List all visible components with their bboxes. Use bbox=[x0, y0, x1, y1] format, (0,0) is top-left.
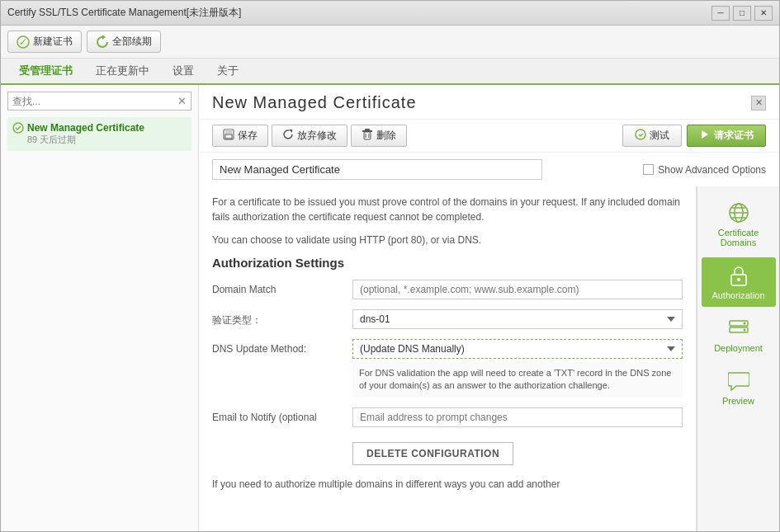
delete-config-row: DELETE CONFIGURATION bbox=[212, 437, 683, 465]
tab-managed[interactable]: 受管理证书 bbox=[7, 59, 84, 85]
show-advanced-toggle[interactable]: Show Advanced Options bbox=[643, 164, 766, 176]
auth-type-label: 验证类型： bbox=[212, 309, 344, 327]
form-area: For a certificate to be issued you must … bbox=[199, 186, 779, 531]
action-toolbar: 保存 放弃修改 删除 bbox=[199, 120, 779, 153]
discard-icon bbox=[282, 129, 294, 143]
svg-marker-6 bbox=[289, 129, 292, 133]
cert-icon bbox=[12, 122, 24, 134]
auth-type-row: 验证类型： http-01 dns-01 bbox=[212, 309, 683, 329]
svg-point-24 bbox=[743, 329, 745, 332]
svg-rect-7 bbox=[364, 132, 371, 139]
test-button[interactable]: 测试 bbox=[622, 125, 682, 147]
tab-updating[interactable]: 正在更新中 bbox=[84, 59, 161, 85]
toolbar: ✓ 新建证书 全部续期 bbox=[1, 26, 779, 59]
svg-text:✓: ✓ bbox=[19, 36, 27, 48]
email-control bbox=[352, 407, 683, 427]
right-nav-preview[interactable]: Preview bbox=[702, 363, 776, 412]
tab-settings[interactable]: 设置 bbox=[161, 59, 206, 85]
bottom-info-text: If you need to authorize multiple domain… bbox=[212, 477, 683, 492]
cert-item-name: New Managed Certificate bbox=[12, 122, 187, 134]
auth-type-select[interactable]: http-01 dns-01 bbox=[352, 309, 683, 329]
svg-rect-5 bbox=[225, 134, 232, 139]
save-icon bbox=[223, 129, 234, 143]
right-action-buttons: 测试 请求证书 bbox=[622, 125, 766, 147]
domain-match-control bbox=[352, 280, 683, 299]
cert-expiry: 89 天后过期 bbox=[27, 134, 187, 146]
right-nav-authorization[interactable]: Authorization bbox=[702, 257, 776, 307]
right-nav-cert-domains[interactable]: Certificate Domains bbox=[702, 195, 776, 254]
search-input[interactable] bbox=[12, 96, 177, 107]
svg-point-20 bbox=[737, 278, 740, 281]
dns-method-row: DNS Update Method: (Update DNS Manually)… bbox=[212, 339, 683, 398]
dns-info-text: For DNS validation the app will need to … bbox=[352, 362, 683, 398]
titlebar-controls: ─ □ ✕ bbox=[711, 6, 773, 21]
dns-method-label: DNS Update Method: bbox=[212, 339, 344, 355]
svg-marker-13 bbox=[702, 130, 708, 139]
email-label: Email to Notify (optional bbox=[212, 407, 344, 423]
main-nav: 受管理证书 正在更新中 设置 关于 bbox=[1, 59, 779, 85]
content-area: ✕ New Managed Certificate 89 天后过期 New Ma… bbox=[1, 85, 779, 531]
request-icon bbox=[699, 129, 711, 143]
domain-match-row: Domain Match bbox=[212, 280, 683, 299]
tab-about[interactable]: 关于 bbox=[206, 59, 250, 85]
section-title: Authorization Settings bbox=[212, 256, 683, 270]
renew-icon bbox=[96, 35, 109, 49]
globe-icon bbox=[727, 201, 750, 224]
window-title: Certify SSL/TLS Certificate Management[未… bbox=[7, 6, 241, 20]
discard-button[interactable]: 放弃修改 bbox=[272, 125, 347, 147]
right-nav-deployment[interactable]: Deployment bbox=[702, 310, 776, 360]
domain-match-input[interactable] bbox=[352, 280, 683, 299]
main-panel: New Managed Certificate ✕ 保存 bbox=[199, 85, 779, 531]
svg-rect-4 bbox=[225, 129, 232, 134]
panel-header: New Managed Certificate ✕ bbox=[199, 85, 779, 120]
sidebar: ✕ New Managed Certificate 89 天后过期 bbox=[1, 85, 199, 531]
titlebar: Certify SSL/TLS Certificate Management[未… bbox=[1, 1, 779, 26]
cert-name-row: Show Advanced Options bbox=[199, 153, 779, 186]
comment-icon bbox=[727, 370, 750, 393]
show-advanced-checkbox[interactable] bbox=[643, 164, 654, 175]
delete-icon bbox=[362, 129, 373, 143]
lock-icon bbox=[727, 264, 750, 287]
search-clear-button[interactable]: ✕ bbox=[177, 95, 187, 107]
dns-method-wrapper: (Update DNS Manually) bbox=[352, 339, 683, 359]
right-nav: Certificate Domains Authorization bbox=[697, 186, 779, 531]
cert-name-input[interactable] bbox=[212, 159, 542, 180]
request-cert-button[interactable]: 请求证书 bbox=[687, 125, 766, 147]
close-button[interactable]: ✕ bbox=[754, 6, 773, 21]
maximize-button[interactable]: □ bbox=[733, 6, 751, 21]
svg-point-23 bbox=[743, 322, 745, 325]
info-text-1: For a certificate to be issued you must … bbox=[212, 195, 683, 224]
cert-list-item[interactable]: New Managed Certificate 89 天后过期 bbox=[7, 117, 191, 151]
main-window: Certify SSL/TLS Certificate Management[未… bbox=[0, 0, 780, 532]
search-box: ✕ bbox=[7, 92, 191, 111]
dns-method-control: (Update DNS Manually) For DNS validation… bbox=[352, 339, 683, 398]
renew-all-button[interactable]: 全部续期 bbox=[87, 31, 161, 53]
action-buttons: 保存 放弃修改 删除 bbox=[212, 125, 407, 147]
svg-point-12 bbox=[636, 129, 645, 139]
panel-close-button[interactable]: ✕ bbox=[751, 96, 766, 111]
form-scroll[interactable]: For a certificate to be issued you must … bbox=[199, 186, 697, 531]
server-icon bbox=[727, 317, 750, 340]
minimize-button[interactable]: ─ bbox=[711, 6, 730, 21]
panel-title: New Managed Certificate bbox=[212, 93, 417, 112]
delete-config-button[interactable]: DELETE CONFIGURATION bbox=[352, 442, 513, 465]
auth-type-control: http-01 dns-01 bbox=[352, 309, 683, 329]
dns-method-select[interactable]: (Update DNS Manually) bbox=[352, 339, 683, 359]
info-text-2: You can choose to validate using HTTP (p… bbox=[212, 233, 683, 247]
email-row: Email to Notify (optional bbox=[212, 407, 683, 427]
save-button[interactable]: 保存 bbox=[212, 125, 268, 147]
delete-button[interactable]: 删除 bbox=[351, 125, 407, 147]
svg-rect-10 bbox=[362, 130, 372, 132]
domain-match-label: Domain Match bbox=[212, 280, 344, 295]
new-cert-button[interactable]: ✓ 新建证书 bbox=[7, 31, 82, 53]
test-icon bbox=[635, 129, 646, 143]
email-input[interactable] bbox=[352, 407, 683, 427]
new-cert-icon: ✓ bbox=[17, 35, 30, 49]
svg-rect-11 bbox=[365, 129, 370, 130]
